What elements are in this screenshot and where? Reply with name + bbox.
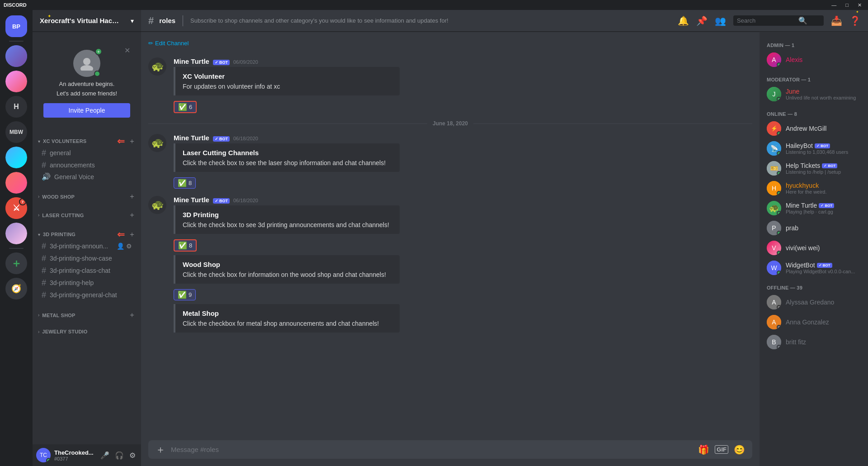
member-vivi[interactable]: V vivi(wei wei) [763, 238, 864, 258]
invite-popup-close-button[interactable]: ✕ [124, 46, 130, 55]
channel-item-3d-printing-class-chat[interactable]: # 3d-printing-class-chat [38, 265, 136, 276]
server-icon-7[interactable]: ⚔ 7 [5, 197, 27, 219]
member-help-tickets[interactable]: 🎫 Help Tickets ✓ BOT Listening to /help … [763, 158, 864, 178]
category-name-3d-printing: 3D PRINTING [43, 232, 75, 237]
member-avatar-alexis: A [767, 52, 781, 67]
bot-badge-2: ✓ BOT [213, 136, 230, 142]
channel-item-3d-printing-show-case[interactable]: # 3d-printing-show-case [38, 252, 136, 264]
add-server-button[interactable]: ＋ [5, 252, 27, 274]
message-author-3: Mine Turtle [174, 196, 209, 204]
reaction-count-2-1: 8 [189, 180, 192, 186]
member-mine-turtle[interactable]: 🐢 Mine Turtle ✓ BOT Playing |help · carl… [763, 198, 864, 218]
server-icon-2[interactable] [5, 45, 27, 67]
status-dot-alyssaa [777, 305, 781, 309]
server-icon-h[interactable]: H [5, 96, 27, 118]
category-arrow-wood-shop: › [38, 194, 39, 199]
reaction-emoji-3-1: ✅ [178, 241, 187, 250]
category-arrow-laser-cutting: › [38, 213, 39, 218]
category-arrow-3d-printing: ▾ [38, 232, 40, 237]
pin-icon[interactable]: 📌 [696, 15, 708, 26]
member-anna-gonzalez[interactable]: A Anna Gonzalez [763, 312, 864, 332]
embed-title-wood-shop: Wood Shop [183, 261, 392, 268]
reaction-1-1[interactable]: ✅ 6 [174, 101, 197, 113]
gif-icon[interactable]: GIF [715, 445, 728, 454]
category-name-laser-cutting: LASER CUTTING [42, 213, 84, 218]
message-input[interactable] [171, 440, 693, 459]
member-name-haileybot: HaileyBot [786, 142, 813, 149]
user-area: TC TheCrooked... #0377 🎤 🎧 ⚙ [33, 444, 141, 466]
reaction-3-1[interactable]: ✅ 8 [174, 239, 197, 252]
mute-button[interactable]: 🎤 [99, 449, 111, 461]
channel-item-3d-printing-help[interactable]: # 3d-printing-help [38, 277, 136, 289]
member-info-june: June Unlived life not worth examining [786, 88, 861, 100]
help-icon[interactable]: ❓ [849, 15, 861, 26]
category-header-wood-shop[interactable]: › WOOD SHOP ＋ [36, 192, 137, 201]
check-icon-bot: ✓ [215, 60, 218, 65]
member-andrew-mcgill[interactable]: ⚡ Andrew McGill [763, 119, 864, 138]
edit-channel-link[interactable]: ✏ Edit Channel [148, 40, 189, 47]
category-name-xc-volunteers: XC VOLUNTEERS [43, 138, 86, 144]
search-bar[interactable]: 🔍 [733, 15, 824, 26]
settings-button[interactable]: ⚙ [127, 449, 137, 461]
reaction-2-1[interactable]: ✅ 8 [174, 177, 196, 189]
svg-point-0 [83, 58, 90, 65]
category-header-jewelry-studio[interactable]: › JEWELRY STUDIO [36, 329, 137, 334]
minimize-button[interactable]: — [829, 1, 839, 9]
channel-item-3d-printing-announ[interactable]: # 3d-printing-announ... 👤 ⚙ [38, 240, 136, 252]
reaction-wood-shop[interactable]: ✅ 9 [174, 289, 196, 300]
category-add-metal-shop[interactable]: ＋ [128, 310, 136, 320]
member-info-anna: Anna Gonzalez [786, 319, 861, 326]
category-add-xc-volunteers[interactable]: ＋ [128, 137, 136, 146]
red-arrow-xc: ⇐ [117, 136, 125, 147]
channel-item-announcements[interactable]: # announcements [38, 159, 136, 171]
member-britt-fitz[interactable]: B britt fitz [763, 332, 864, 352]
member-haileybot[interactable]: 📡 HaileyBot ✓ BOT Listening to 1,030,468… [763, 138, 864, 158]
category-add-wood-shop[interactable]: ＋ [128, 192, 136, 201]
channel-item-general-voice[interactable]: 🔊 General Voice [38, 171, 136, 182]
invite-sub-text: Let's add some friends! [43, 90, 130, 97]
user-info: TheCrooked... #0377 [54, 449, 95, 461]
gift-icon[interactable]: 🎁 [698, 444, 709, 455]
category-header-laser-cutting[interactable]: › LASER CUTTING ＋ [36, 210, 137, 220]
server-icon-8[interactable] [5, 223, 27, 244]
settings-icon-channel[interactable]: ⚙ [126, 243, 132, 250]
titlebar-controls[interactable]: — □ ✕ [829, 1, 864, 9]
member-june[interactable]: J June Unlived life not worth examining [763, 84, 864, 104]
message-author-1: Mine Turtle [174, 57, 209, 65]
server-icon-bp[interactable]: BP [5, 15, 27, 37]
server-icon-3[interactable] [5, 71, 27, 92]
deafen-button[interactable]: 🎧 [113, 449, 126, 461]
members-icon[interactable]: 👥 [715, 15, 726, 26]
server-icon-6[interactable] [5, 172, 27, 194]
emoji-icon[interactable]: 😊 [734, 444, 745, 455]
inbox-icon[interactable]: 📥 [831, 15, 842, 26]
user-avatar: TC [36, 448, 51, 462]
close-button[interactable]: ✕ [855, 1, 864, 9]
category-add-3d-printing[interactable]: ＋ [128, 230, 136, 239]
channel-name-3d-printing-announ: 3d-printing-announ... [50, 243, 108, 250]
channel-item-3d-printing-general-chat[interactable]: # 3d-printing-general-chat [38, 289, 136, 301]
category-add-laser-cutting[interactable]: ＋ [128, 210, 136, 220]
explore-servers-button[interactable]: 🧭 [5, 278, 27, 300]
server-dropdown-icon[interactable]: ▾ [131, 17, 134, 24]
member-alexis[interactable]: A Alexis [763, 50, 864, 70]
add-attachment-button[interactable]: ＋ [156, 443, 165, 456]
member-info-andrew: Andrew McGill [786, 125, 861, 132]
invite-people-button[interactable]: Invite People [43, 103, 130, 118]
member-hyuckhyuck[interactable]: H hyuckhyuck Here for the weird. [763, 178, 864, 198]
search-input[interactable] [737, 17, 796, 24]
channel-item-general[interactable]: # general [38, 147, 136, 159]
member-name-alyssaa: Alyssaa Gredano [786, 299, 861, 306]
member-alyssaa[interactable]: A Alyssaa Gredano [763, 292, 864, 312]
member-prab[interactable]: P prab [763, 218, 864, 238]
maximize-button[interactable]: □ [843, 1, 851, 9]
category-header-3d-printing[interactable]: ▾ 3D PRINTING ⇐ ＋ [36, 229, 137, 240]
member-widgetbot[interactable]: W WidgetBot ✓ BOT Playing WidgetBot v0.0… [763, 258, 864, 278]
category-arrow-jewelry-studio: › [38, 329, 39, 334]
bell-icon[interactable]: 🔔 [678, 15, 689, 26]
category-header-xc-volunteers[interactable]: ▾ XC VOLUNTEERS ⇐ ＋ [36, 136, 137, 147]
category-name-metal-shop: METAL SHOP [42, 313, 75, 318]
server-icon-mbw[interactable]: MBW [5, 121, 27, 143]
server-icon-5[interactable] [5, 147, 27, 168]
category-header-metal-shop[interactable]: › METAL SHOP ＋ [36, 310, 137, 320]
